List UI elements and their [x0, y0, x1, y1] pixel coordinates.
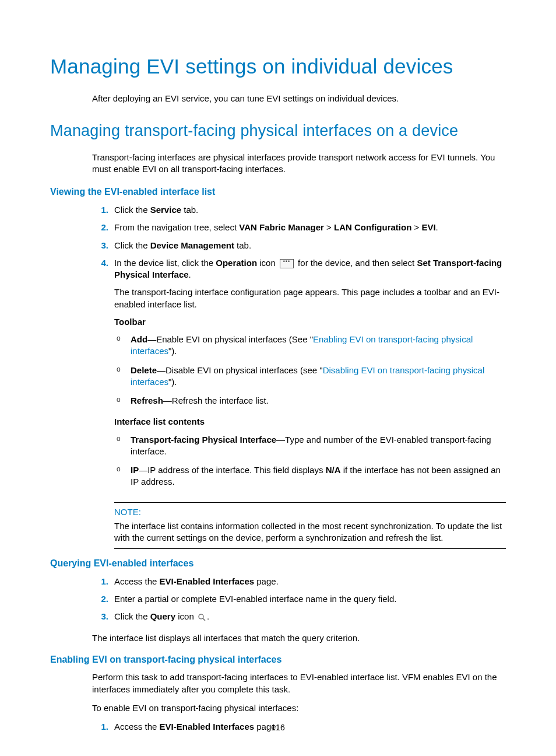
bold-text: N/A	[326, 465, 341, 475]
text: —Disable EVI on physical interfaces (see…	[157, 365, 323, 375]
svg-line-1	[203, 618, 205, 621]
step-number: 2.	[92, 593, 108, 605]
bold-text: LAN Configuration	[334, 222, 411, 232]
step-text: .	[189, 270, 191, 279]
page-number: 116	[0, 722, 556, 733]
text: ").	[168, 377, 177, 387]
bold-text: Add	[131, 334, 147, 344]
step-text: .	[436, 222, 438, 232]
step-text: Access the	[114, 576, 160, 586]
bold-text: Operation	[216, 258, 257, 268]
bold-text: IP	[131, 465, 139, 475]
step-text: Click the	[114, 240, 150, 250]
step-text: >	[324, 222, 334, 232]
bold-text: Query	[150, 611, 175, 621]
text: —Refresh the interface list.	[163, 396, 269, 405]
bold-text: Delete	[131, 365, 157, 375]
list-item: Transport-facing Physical Interface—Type…	[114, 430, 506, 461]
step-number: 3.	[92, 611, 108, 622]
section-title-h2: Managing transport-facing physical inter…	[50, 120, 506, 141]
operation-icon	[280, 259, 294, 268]
step-item: 3. Click the Device Management tab.	[92, 240, 506, 257]
step-number: 4.	[92, 257, 108, 269]
bold-text: EVI-Enabled Interfaces	[160, 576, 255, 586]
enable-paragraph-1: Perform this task to add transport-facin…	[92, 671, 506, 695]
subheading-viewing: Viewing the EVI-enabled interface list	[50, 186, 506, 198]
step-number: 1.	[92, 576, 108, 587]
step-item: 1. Click the Service tab.	[92, 204, 506, 222]
toolbar-label: Toolbar	[114, 316, 506, 328]
step-number: 3.	[92, 240, 108, 251]
step-text: tab.	[234, 240, 251, 250]
bold-text: Device Management	[150, 240, 234, 250]
bold-text: EVI	[421, 222, 435, 232]
toolbar-list: Add—Enable EVI on physical interfaces (S…	[114, 330, 506, 410]
page: Managing EVI settings on individual devi…	[0, 0, 556, 756]
step-item: 2. From the navigation tree, select VAN …	[92, 222, 506, 239]
text: —Enable EVI on physical interfaces (See …	[147, 334, 313, 344]
text: ").	[168, 346, 177, 356]
list-item: Delete—Disable EVI on physical interface…	[114, 361, 506, 392]
step-item: 1. Access the EVI-Enabled Interfaces pag…	[92, 576, 506, 593]
interface-list-contents-label: Interface list contents	[114, 416, 506, 428]
step-text: From the navigation tree, select	[114, 222, 239, 232]
step-paragraph: The transport-facing interface configura…	[114, 286, 506, 310]
step-text: Click the	[114, 611, 150, 621]
query-icon	[198, 613, 206, 621]
subheading-enabling: Enabling EVI on transport-facing physica…	[50, 653, 506, 666]
step-text: icon	[175, 611, 196, 621]
list-item: IP—IP address of the interface. This fie…	[114, 461, 506, 492]
note-title: NOTE:	[114, 506, 506, 518]
step-text: Enter a partial or complete EVI-enabled …	[114, 594, 396, 604]
step-text: Click the	[114, 205, 150, 215]
svg-point-0	[199, 614, 203, 619]
list-item: Add—Enable EVI on physical interfaces (S…	[114, 330, 506, 361]
query-result: The interface list displays all interfac…	[92, 632, 506, 644]
step-number: 1.	[92, 204, 108, 216]
bold-text: Service	[150, 205, 181, 215]
enable-paragraph-2: To enable EVI on transport-facing physic…	[92, 702, 506, 714]
step-number: 2.	[92, 222, 108, 233]
bold-text: Transport-facing Physical Interface	[131, 435, 276, 444]
note-body: The interface list contains information …	[114, 520, 506, 544]
note-box: NOTE: The interface list contains inform…	[114, 502, 506, 550]
bold-text: VAN Fabric Manager	[239, 222, 324, 232]
step-item: 4. In the device list, click the Operati…	[92, 257, 506, 498]
interface-list: Transport-facing Physical Interface—Type…	[114, 430, 506, 492]
subheading-querying: Querying EVI-enabled interfaces	[50, 557, 506, 570]
step-text: page.	[254, 576, 279, 586]
step-text: >	[411, 222, 421, 232]
step-text: icon	[257, 258, 278, 268]
step-text: In the device list, click the	[114, 258, 216, 268]
bold-text: Refresh	[131, 396, 163, 405]
section-intro: Transport-facing interfaces are physical…	[92, 152, 506, 176]
step-item: 2. Enter a partial or complete EVI-enabl…	[92, 593, 506, 611]
text: —IP address of the interface. This field…	[139, 465, 325, 475]
step-text: for the device, and then select	[295, 258, 417, 268]
step-item: 3. Click the Query icon .	[92, 611, 506, 628]
steps-querying: 1. Access the EVI-Enabled Interfaces pag…	[92, 576, 506, 629]
step-text: tab.	[181, 205, 198, 215]
steps-viewing: 1. Click the Service tab. 2. From the na…	[92, 204, 506, 498]
step-text: .	[207, 611, 209, 621]
list-item: Refresh—Refresh the interface list.	[114, 391, 506, 410]
page-title-h1: Managing EVI settings on individual devi…	[50, 52, 506, 80]
intro-paragraph: After deploying an EVI service, you can …	[92, 93, 506, 104]
